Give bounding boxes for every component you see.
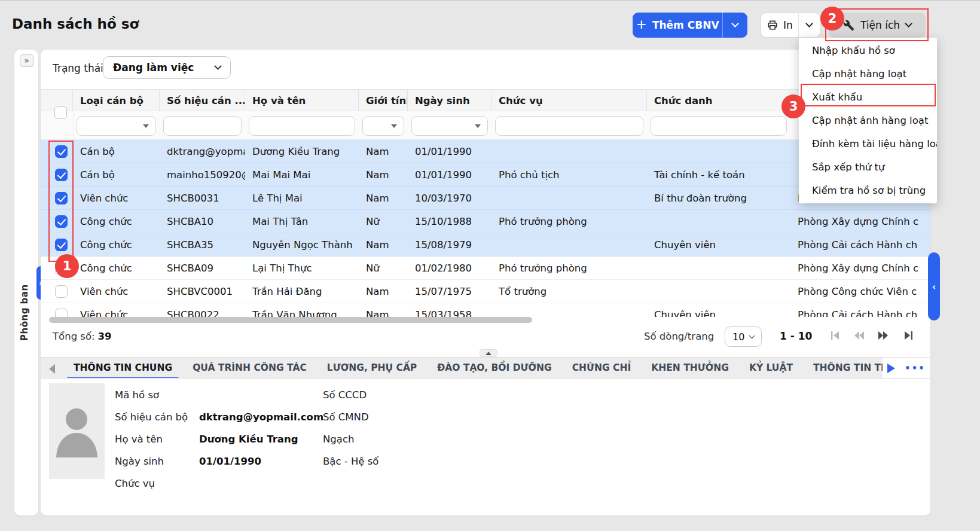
column-header-code[interactable]: Số hiệu cán ...: [160, 90, 245, 112]
previous-page-button[interactable]: [854, 331, 866, 341]
table-row[interactable]: Công chức SHCBA35 Nguyễn Ngọc Thành Nam …: [41, 233, 930, 257]
column-header-position[interactable]: Chức vụ: [491, 90, 647, 112]
menu-item-cap-nhat-anh-hang-loat[interactable]: Cập nhật ảnh hàng loạt: [799, 109, 937, 132]
cell-department: Phòng Cải cách Hành ch: [790, 233, 930, 257]
filter-input-title[interactable]: [651, 116, 787, 136]
cell-type: Viên chức: [73, 280, 160, 303]
cell-dob: 15/07/1975: [408, 280, 491, 303]
cell-title: [647, 210, 790, 233]
filter-input-name[interactable]: [249, 116, 355, 136]
row-checkbox[interactable]: [55, 285, 68, 298]
print-button[interactable]: In: [761, 13, 798, 37]
tab-thong-tin-chung[interactable]: THÔNG TIN CHUNG: [63, 358, 182, 379]
row-checkbox[interactable]: [55, 262, 68, 274]
cell-gender: Nữ: [359, 210, 408, 233]
tab-khen-thuong[interactable]: KHEN THƯỞNG: [641, 358, 739, 379]
utilities-button[interactable]: Tiện ích: [829, 13, 926, 38]
tabs-scroll-left-icon[interactable]: [49, 364, 55, 374]
column-header-dob[interactable]: Ngày sinh: [408, 90, 491, 112]
add-employee-button[interactable]: + Thêm CBNV: [633, 13, 722, 38]
cell-dob: 10/03/1970: [408, 187, 491, 210]
next-page-button[interactable]: [878, 331, 890, 341]
print-dropdown-toggle[interactable]: [798, 13, 820, 37]
column-header-name[interactable]: Họ và tên: [245, 90, 359, 112]
table-row[interactable]: Viên chức SHCB0022 Trần Văn Nhượng Nam 1…: [41, 303, 930, 317]
field-label: Mã hồ sơ: [115, 388, 159, 402]
menu-item-dinh-kem-tai-lieu-hang-loat[interactable]: Đính kèm tài liệu hàng loạt: [799, 132, 937, 155]
menu-item-kiem-tra-ho-so-bi-trung[interactable]: Kiểm tra hồ sơ bị trùng: [799, 179, 937, 202]
status-filter-value: Đang làm việc: [113, 62, 194, 74]
column-header-type[interactable]: Loại cán bộ: [73, 90, 160, 112]
cell-code: SHCBVC0001: [160, 280, 245, 303]
table-row[interactable]: Công chức SHCBA10 Mai Thị Tân Nữ 15/10/1…: [41, 210, 930, 233]
filter-input-gender[interactable]: [362, 116, 404, 136]
cell-position: [491, 303, 647, 317]
cell-name: Mai Thị Tân: [245, 210, 359, 233]
cell-name: Lại Thị Thực: [245, 257, 359, 280]
cell-code: SHCB0022: [160, 303, 245, 317]
table-row[interactable]: Cán bộ dktrang@yopma Dương Kiều Trang Na…: [41, 140, 930, 163]
add-employee-dropdown-toggle[interactable]: [722, 13, 747, 38]
records-list-page: Danh sách hồ sơ + Thêm CBNV In Tiện ích …: [0, 0, 980, 531]
tabs-scroll-right-icon[interactable]: [887, 364, 895, 373]
column-header-gender[interactable]: Giới tính: [359, 90, 408, 112]
filter-input-code[interactable]: [163, 116, 242, 136]
tab-ky-luat[interactable]: KỶ LUẬT: [739, 358, 803, 379]
field-label: Ngạch: [323, 432, 354, 447]
detail-tabs-bar: THÔNG TIN CHUNG QUÁ TRÌNH CÔNG TÁC LƯƠNG…: [41, 357, 930, 379]
open-right-panel-toggle[interactable]: ‹: [928, 252, 940, 321]
tab-chung-chi[interactable]: CHỨNG CHỈ: [562, 358, 642, 379]
table-row[interactable]: Công chức SHCBA09 Lại Thị Thực Nữ 01/02/…: [41, 257, 930, 280]
status-filter-select[interactable]: Đang làm việc: [103, 56, 231, 79]
table-row[interactable]: Cán bộ mainho150920@ Mai Mai Mai Nam 01/…: [41, 163, 930, 187]
tab-qua-trinh-cong-tac[interactable]: QUÁ TRÌNH CÔNG TÁC: [182, 358, 317, 379]
field-label: Số CCCD: [323, 388, 367, 402]
cell-name: Nguyễn Ngọc Thành: [245, 233, 359, 257]
cell-position: Tổ trưởng: [491, 280, 647, 303]
cell-title: Chuyên viên: [647, 303, 790, 317]
cell-title: Chuyên viên: [647, 233, 790, 257]
panel-splitter-handle[interactable]: [480, 349, 497, 357]
row-checkbox[interactable]: [55, 309, 68, 317]
menu-item-xuat-khau[interactable]: Xuất khẩu: [799, 86, 937, 109]
page-size-select[interactable]: 10: [725, 326, 762, 347]
row-checkbox[interactable]: [55, 192, 68, 205]
table-header-row: Loại cán bộ Số hiệu cán ... Họ và tên Gi…: [41, 89, 930, 111]
add-employee-split-button[interactable]: + Thêm CBNV: [633, 13, 747, 38]
printer-icon: [767, 19, 778, 31]
row-checkbox[interactable]: [55, 215, 68, 228]
table-row[interactable]: Viên chức SHCB0031 Lê Thị Mai Nam 10/03/…: [41, 187, 930, 210]
cell-type: Công chức: [73, 257, 160, 280]
last-page-button[interactable]: [903, 331, 915, 341]
first-page-button[interactable]: [830, 331, 842, 341]
filter-input-dob[interactable]: [411, 116, 488, 136]
tab-dao-tao-boi-duong[interactable]: ĐÀO TẠO, BỒI DƯỠNG: [427, 358, 561, 379]
cell-dob: 01/01/1990: [408, 140, 491, 163]
menu-item-nhap-khau-ho-so[interactable]: Nhập khẩu hồ sơ: [799, 39, 937, 62]
select-all-checkbox[interactable]: [54, 106, 67, 119]
column-header-title[interactable]: Chức danh: [647, 90, 790, 112]
cell-title: [647, 257, 790, 280]
expand-panel-button[interactable]: »: [20, 54, 33, 67]
tab-luong-phu-cap[interactable]: LƯƠNG, PHỤ CẤP: [317, 358, 427, 379]
departments-side-panel: » Phòng ban: [14, 50, 38, 515]
print-split-button[interactable]: In: [761, 13, 820, 38]
field-label: Chức vụ: [115, 477, 155, 491]
row-checkbox[interactable]: [55, 169, 68, 181]
chevron-down-icon: [731, 20, 739, 28]
filter-input-type[interactable]: [77, 116, 156, 136]
cell-type: Công chức: [73, 210, 160, 233]
field-value: 01/01/1990: [199, 454, 261, 469]
menu-item-sap-xep-thu-tu[interactable]: Sắp xếp thứ tự: [799, 155, 937, 179]
wrench-icon: [843, 20, 854, 31]
menu-item-cap-nhat-hang-loat[interactable]: Cập nhật hàng loạt: [799, 62, 937, 86]
chevron-down-icon: [905, 20, 912, 28]
total-count-value: 39: [98, 331, 112, 342]
horizontal-scrollbar[interactable]: [49, 317, 532, 323]
row-checkbox[interactable]: [55, 239, 68, 251]
row-checkbox[interactable]: [55, 145, 68, 158]
cell-code: SHCBA35: [160, 233, 245, 257]
filter-input-position[interactable]: [495, 116, 643, 136]
tabs-more-icon[interactable]: •••: [905, 363, 926, 374]
table-row[interactable]: Viên chức SHCBVC0001 Trần Hải Đăng Nam 1…: [41, 280, 930, 303]
